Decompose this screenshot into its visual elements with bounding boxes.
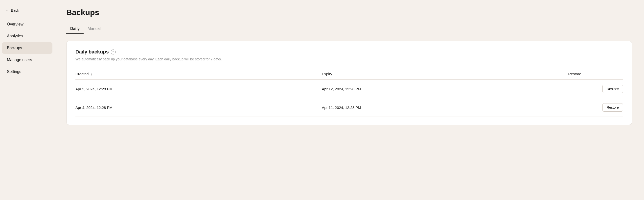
restore-button-1[interactable]: Restore: [602, 85, 623, 93]
expiry-date-2: Apr 11, 2024, 12:28 PM: [322, 98, 568, 117]
restore-cell-1: Restore: [568, 80, 623, 98]
section-title: Daily backups ?: [76, 49, 623, 55]
page-title: Backups: [66, 8, 632, 17]
table-header: Created ↓ Expiry Restore: [76, 68, 623, 80]
sidebar: ← Back Overview Analytics Backups Manage…: [0, 0, 54, 200]
tabs-container: Daily Manual: [66, 24, 632, 34]
created-date-1: Apr 5, 2024, 12:28 PM: [76, 80, 322, 98]
main-content: Backups Daily Manual Daily backups ? We …: [54, 0, 644, 200]
col-header-expiry: Expiry: [322, 68, 568, 80]
content-card: Daily backups ? We automatically back up…: [66, 41, 632, 125]
back-arrow-icon: ←: [5, 8, 9, 12]
section-description: We automatically back up your database e…: [76, 57, 623, 61]
table-body: Apr 5, 2024, 12:28 PM Apr 12, 2024, 12:2…: [76, 80, 623, 117]
expiry-date-1: Apr 12, 2024, 12:28 PM: [322, 80, 568, 98]
sort-icon: ↓: [91, 72, 92, 76]
help-icon[interactable]: ?: [111, 50, 116, 55]
col-header-restore: Restore: [568, 68, 623, 80]
tab-daily[interactable]: Daily: [66, 24, 84, 34]
sidebar-item-backups[interactable]: Backups: [2, 42, 52, 54]
table-row: Apr 4, 2024, 12:28 PM Apr 11, 2024, 12:2…: [76, 98, 623, 117]
tab-manual[interactable]: Manual: [84, 24, 104, 34]
restore-button-2[interactable]: Restore: [602, 103, 623, 112]
created-date-2: Apr 4, 2024, 12:28 PM: [76, 98, 322, 117]
sidebar-item-manage-users[interactable]: Manage users: [2, 54, 52, 66]
back-label: Back: [11, 8, 19, 12]
restore-cell-2: Restore: [568, 98, 623, 117]
sidebar-item-analytics[interactable]: Analytics: [2, 31, 52, 42]
sidebar-item-settings[interactable]: Settings: [2, 66, 52, 78]
backups-table: Created ↓ Expiry Restore Apr 5, 2024, 12…: [76, 68, 623, 117]
table-row: Apr 5, 2024, 12:28 PM Apr 12, 2024, 12:2…: [76, 80, 623, 98]
back-button[interactable]: ← Back: [0, 6, 54, 18]
col-header-created: Created ↓: [76, 68, 322, 80]
sidebar-item-overview[interactable]: Overview: [2, 19, 52, 30]
